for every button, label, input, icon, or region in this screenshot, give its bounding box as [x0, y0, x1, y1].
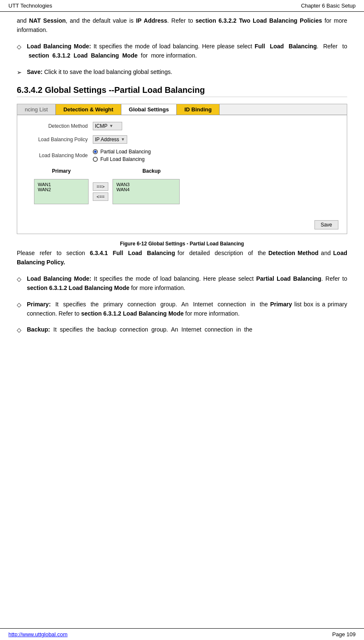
bullet-backup: ◇ Backup: It specifies the backup connec…: [17, 325, 347, 334]
bullet4-bold-ref: section 6.3.1.2 Load Balancing Mode: [81, 310, 183, 317]
bullet-primary: ◇ Primary: It specifies the primary conn…: [17, 300, 347, 319]
intro-text2: , and the default value is: [66, 17, 136, 24]
detection-method-select[interactable]: ICMP ▼: [93, 122, 122, 130]
detection-method-label: Detection Method: [26, 123, 93, 129]
radio-partial[interactable]: Partial Load Balancing: [93, 149, 151, 155]
tab-detection-weight[interactable]: Detection & Weight: [56, 104, 121, 115]
page-header: UTT Technologies Chapter 6 Basic Setup: [0, 0, 364, 12]
primary-header: Primary: [34, 167, 89, 174]
load-balancing-policy-select[interactable]: IP Address ▼: [93, 135, 127, 144]
radio-full[interactable]: Full Load Balancing: [93, 156, 151, 162]
primary-wan-box[interactable]: WAN1 WAN2: [34, 179, 89, 204]
tab-id-binding[interactable]: ID Binding: [177, 104, 220, 115]
load-balancing-mode-row: Load Balancing Mode Partial Load Balanci…: [26, 149, 338, 162]
policy-arrow: ▼: [121, 137, 125, 142]
load-balancing-policy-row: Load Balancing Policy IP Address ▼: [26, 135, 338, 144]
intro-bold2: IP Address: [136, 17, 167, 24]
body-text1: Please refer to section: [17, 250, 90, 256]
detection-method-control: ICMP ▼: [93, 122, 122, 130]
diamond-icon-4: ◇: [17, 300, 27, 319]
load-balancing-mode-radios: Partial Load Balancing Full Load Balanci…: [93, 149, 151, 162]
save-button[interactable]: Save: [314, 220, 338, 229]
backup-wan-box[interactable]: WAN3 WAN4: [113, 179, 180, 204]
diamond-icon-3: ◇: [17, 274, 27, 293]
footer-link[interactable]: http://www.uttglobal.com: [8, 631, 68, 637]
form-area: Detection Method ICMP ▼ Load Balancing P…: [17, 115, 347, 216]
tab-global-settings[interactable]: Global Settings: [121, 104, 177, 115]
body-bold1: 6.3.4.1 Full Load Balancing: [90, 250, 175, 256]
bullet-save: ➢ Save: Click it to save the load balanc…: [17, 67, 347, 77]
intro-text3: . Refer to: [167, 17, 195, 24]
bullet2-text: Save: Click it to save the load balancin…: [27, 67, 172, 77]
bullet4-text: Primary: It specifies the primary connec…: [27, 300, 347, 319]
wan4-item: WAN4: [116, 187, 176, 192]
load-balancing-policy-label: Load Balancing Policy: [26, 137, 93, 142]
bullet-load-balancing-mode: ◇ Load Balancing Mode: It specifies the …: [17, 42, 347, 61]
diamond-icon-1: ◇: [17, 42, 27, 61]
load-balancing-mode-label: Load Balancing Mode: [26, 153, 93, 158]
header-right: Chapter 6 Basic Setup: [301, 3, 356, 9]
save-row: Save: [17, 216, 347, 234]
wan2-item: WAN2: [38, 187, 85, 192]
tab-bar: ncing List Detection & Weight Global Set…: [17, 104, 347, 115]
arrow-buttons: ==> <==: [93, 182, 108, 201]
intro-paragraph: and NAT Session, and the default value i…: [17, 16, 347, 35]
bullet4-bold-val: Primary: [270, 301, 292, 308]
arrow-spacer: [93, 167, 114, 174]
bullet3-bold-val: Partial Load Balancing: [256, 275, 321, 282]
bullet1-bold-label: Load Balancing Mode:: [27, 43, 91, 50]
footer-page: Page 109: [332, 631, 356, 637]
bullet2-bold-label: Save:: [27, 68, 42, 75]
wan-header-row: Primary Backup: [34, 167, 330, 174]
wan-section: WAN1 WAN2 ==> <== WAN3 WAN4: [34, 179, 330, 204]
intro-text1: and: [17, 17, 29, 24]
bullet4-bold-label: Primary:: [27, 301, 51, 308]
backup-header: Backup: [118, 167, 185, 174]
bullet-lbm-partial: ◇ Load Balancing Mode: It specifies the …: [17, 274, 347, 293]
bullet1-text: Load Balancing Mode: It specifies the mo…: [27, 42, 347, 61]
tab-cing-list[interactable]: ncing List: [17, 104, 56, 115]
backward-button[interactable]: <==: [93, 192, 108, 201]
bullet5-text: Backup: It specifies the backup connecti…: [27, 325, 252, 334]
bullet3-text: Load Balancing Mode: It specifies the mo…: [27, 274, 347, 293]
radio-partial-dot[interactable]: [93, 149, 98, 154]
figure-caption: Figure 6-12 Global Settings - Partial Lo…: [17, 241, 347, 247]
bullet1-bold-val: Full Load Balancing: [254, 43, 317, 50]
arrow-icon-1: ➢: [17, 67, 27, 77]
forward-button[interactable]: ==>: [93, 182, 108, 191]
diamond-icon-5: ◇: [17, 325, 27, 334]
section-heading: 6.3.4.2 Global Settings --Partial Load B…: [17, 85, 347, 97]
page-footer: http://www.uttglobal.com Page 109: [0, 628, 364, 640]
figure-container: ncing List Detection & Weight Global Set…: [17, 104, 347, 234]
detection-method-row: Detection Method ICMP ▼: [26, 122, 338, 130]
bullet3-bold-ref: section 6.3.1.2 Load Balancing Mode: [27, 284, 129, 291]
detection-method-arrow: ▼: [109, 124, 113, 128]
page-content: and NAT Session, and the default value i…: [0, 12, 364, 367]
intro-bold1: NAT Session: [29, 17, 65, 24]
bullet1-bold-ref: section 6.3.1.2 Load Balancing Mode: [29, 52, 138, 59]
bullet5-bold-label: Backup:: [27, 326, 50, 333]
wan3-item: WAN3: [116, 182, 176, 187]
wan1-item: WAN1: [38, 182, 85, 187]
load-balancing-policy-control: IP Address ▼: [93, 135, 127, 144]
header-left: UTT Technologies: [8, 3, 52, 9]
body-paragraph: Please refer to section 6.3.4.1 Full Loa…: [17, 248, 347, 267]
body-bold2: Detection Method: [268, 250, 318, 256]
bullet3-bold-label: Load Balancing Mode:: [27, 275, 92, 282]
intro-bold3: section 6.3.2.2 Two Load Balancing Polic…: [196, 17, 322, 24]
radio-full-dot[interactable]: [93, 157, 98, 162]
